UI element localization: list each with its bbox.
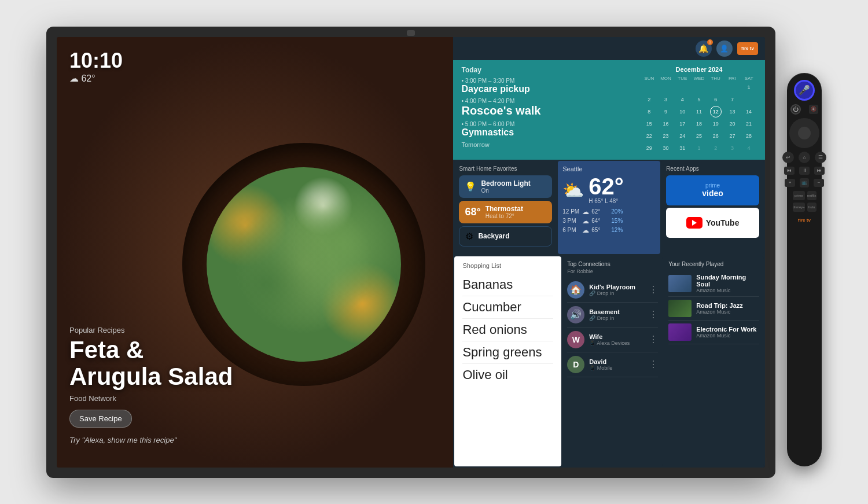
- rp-sunday[interactable]: Sunday Morning Soul Amazon Music: [668, 271, 759, 297]
- notification-icon[interactable]: 🔔 1: [696, 41, 712, 57]
- smart-home-title: Smart Home Favorites: [459, 165, 552, 172]
- light-icon: 💡: [465, 181, 476, 192]
- app-btn-3[interactable]: disney+: [793, 203, 805, 212]
- connection-david[interactable]: D David 📱 Mobile ⋮: [567, 352, 658, 377]
- road-name: Road Trip: Jazz: [696, 302, 759, 309]
- firetv-icon[interactable]: fire tv: [737, 42, 758, 55]
- thermostat-info: Thermostat Heat to 72°: [486, 205, 523, 219]
- basement-avatar: 🔊: [567, 306, 584, 323]
- profile-icon[interactable]: 👤: [716, 41, 733, 57]
- road-info: Road Trip: Jazz Amazon Music: [696, 302, 759, 315]
- calendar-events: Today • 3:00 PM – 3:30 PM Daycare pickup…: [461, 66, 635, 154]
- prime-video-tile[interactable]: prime video: [666, 175, 759, 205]
- connection-wife[interactable]: W Wife 📱 Alexa Devices ⋮: [567, 328, 658, 352]
- play-pause-button[interactable]: ⏸: [799, 167, 810, 175]
- channel-button[interactable]: 📺: [800, 178, 809, 187]
- electronic-thumb: [668, 323, 692, 341]
- weather-location: Seattle: [562, 165, 656, 172]
- shopping-item-red-onions[interactable]: Red onions: [462, 319, 553, 341]
- wife-info: Wife 📱 Alexa Devices: [589, 333, 644, 346]
- shopping-item-bananas[interactable]: Bananas: [462, 274, 553, 296]
- youtube-tile[interactable]: YouTube: [666, 208, 759, 238]
- david-more-icon[interactable]: ⋮: [649, 359, 658, 370]
- mute-button[interactable]: 🔇: [809, 105, 818, 114]
- fast-forward-button[interactable]: ⏭: [814, 167, 825, 175]
- remote-control: 🎤 ⏻ 🔇 ↩ ⌂ ☰ ⏮ ⏸ ⏭ + 📺 − prime netflix di…: [787, 73, 822, 466]
- david-avatar: D: [567, 356, 584, 373]
- header-bar: 🔔 1 👤 fire tv: [453, 37, 765, 60]
- navigation-ring[interactable]: [789, 118, 819, 148]
- app-btn-2[interactable]: netflix: [807, 191, 816, 200]
- save-recipe-button[interactable]: Save Recipe: [69, 410, 132, 428]
- connection-kids-playroom[interactable]: 🏠 Kid's Playroom 🔗 Drop In ⋮: [567, 278, 658, 303]
- david-name: David: [589, 358, 644, 365]
- clock-time: 10:10: [69, 49, 123, 73]
- app-btn-4[interactable]: hulu: [807, 203, 816, 212]
- calendar-month: December 2024: [641, 66, 757, 73]
- menu-button[interactable]: ☰: [815, 152, 826, 163]
- today-section: Today • 3:00 PM – 3:30 PM Daycare pickup…: [453, 60, 765, 160]
- thermostat-device[interactable]: 68° Thermostat Heat to 72°: [459, 201, 552, 223]
- wife-avatar: W: [567, 331, 584, 348]
- backyard-device[interactable]: ⚙ Backyard: [459, 226, 552, 247]
- light-name: Bedroom Light: [481, 179, 530, 187]
- tomorrow-label: Tomorrow: [461, 141, 635, 148]
- basement-info: Basement 🔗 Drop In: [589, 308, 644, 321]
- food-network-label: Food Network: [69, 394, 233, 403]
- right-panel: 🔔 1 👤 fire tv Today • 3:00 PM – 3:30 PM …: [453, 37, 765, 468]
- connection-basement[interactable]: 🔊 Basement 🔗 Drop In ⋮: [567, 303, 658, 328]
- kids-more-icon[interactable]: ⋮: [649, 284, 658, 295]
- event-name-1: Daycare pickup: [461, 84, 635, 94]
- rp-road-trip[interactable]: Road Trip: Jazz Amazon Music: [668, 297, 759, 321]
- recently-played-title: Your Recently Played: [668, 261, 759, 267]
- kids-status: 🔗 Drop In: [589, 290, 644, 296]
- youtube-inner: YouTube: [686, 217, 740, 229]
- weather-panel: Seattle ⛅ 62° H 65° L 48°: [558, 161, 660, 254]
- app-shortcut-buttons: prime netflix disney+ hulu: [792, 191, 817, 212]
- shopping-list-title: Shopping List: [462, 262, 553, 269]
- weather-icon: ☁: [69, 73, 79, 83]
- salad-contents: [207, 167, 401, 362]
- app-btn-1[interactable]: prime: [793, 191, 805, 200]
- weather-forecast-1: 12 PM ☁ 62° 20%: [562, 208, 656, 216]
- back-button[interactable]: ↩: [782, 152, 794, 163]
- nav-secondary-row: ↩ ⌂ ☰: [782, 152, 826, 163]
- electronic-name: Electronic For Work: [696, 326, 759, 333]
- bedroom-light-device[interactable]: 💡 Bedroom Light On: [459, 175, 552, 198]
- mic-button[interactable]: 🎤: [794, 80, 815, 101]
- backyard-icon: ⚙: [465, 231, 473, 242]
- rewind-button[interactable]: ⏮: [784, 167, 795, 175]
- electronic-info: Electronic For Work Amazon Music: [696, 326, 759, 339]
- smart-home-panel: Smart Home Favorites 💡 Bedroom Light On …: [454, 161, 557, 254]
- nav-select-button[interactable]: [798, 127, 811, 139]
- wife-more-icon[interactable]: ⋮: [649, 334, 658, 345]
- shopping-item-olive-oil[interactable]: Olive oil: [462, 364, 553, 386]
- wife-name: Wife: [589, 333, 644, 340]
- power-button[interactable]: ⏻: [790, 104, 801, 115]
- recipe-info: Popular Recipes Feta & Arugula Salad Foo…: [69, 326, 233, 444]
- thermostat-icon: 68°: [465, 206, 480, 218]
- youtube-label: YouTube: [706, 218, 740, 227]
- volume-up-button[interactable]: +: [785, 179, 795, 187]
- notification-badge: 1: [707, 39, 713, 45]
- prime-video-label: video: [702, 189, 723, 198]
- volume-down-button[interactable]: −: [814, 179, 824, 187]
- david-info: David 📱 Mobile: [589, 358, 644, 371]
- sunday-name: Sunday Morning Soul: [696, 274, 759, 288]
- event-name-2: Roscoe's walk: [461, 104, 635, 117]
- recently-played-panel: Your Recently Played Sunday Morning Soul…: [664, 256, 764, 466]
- popular-label: Popular Recipes: [69, 326, 233, 334]
- today-label: Today: [461, 66, 635, 74]
- food-background: 10:10 ☁ 62° Popular Recipes Feta & Arugu…: [57, 37, 453, 468]
- sunday-thumb: [668, 275, 692, 292]
- rp-electronic[interactable]: Electronic For Work Amazon Music: [668, 321, 759, 344]
- prime-logo: prime: [702, 182, 723, 189]
- home-button[interactable]: ⌂: [799, 152, 810, 163]
- kids-avatar: 🏠: [567, 281, 584, 299]
- basement-name: Basement: [589, 308, 644, 315]
- basement-more-icon[interactable]: ⋮: [649, 309, 658, 320]
- shopping-item-cucumber[interactable]: Cucumber: [462, 296, 553, 319]
- shopping-item-spring-greens[interactable]: Spring greens: [462, 341, 553, 364]
- connections-title: Top Connections: [567, 261, 658, 267]
- sunday-info: Sunday Morning Soul Amazon Music: [696, 274, 759, 293]
